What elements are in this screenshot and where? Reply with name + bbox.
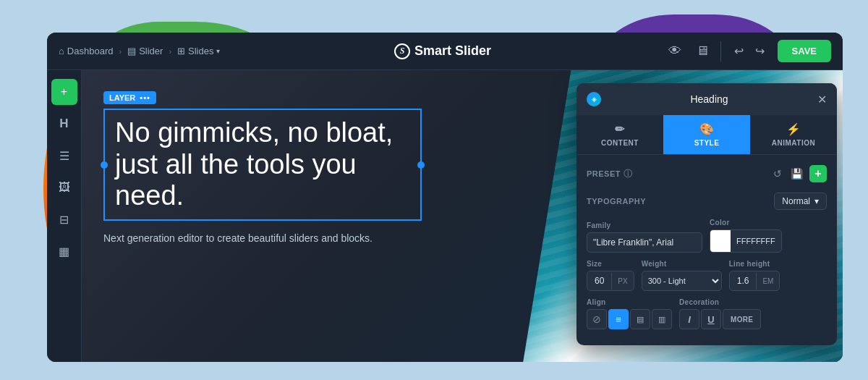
- panel-body: PRESET ⓘ ↺ 💾 + TYPOGRAPHY Norma: [576, 155, 837, 345]
- toolbar-divider: [720, 41, 721, 62]
- size-value: 60: [587, 271, 611, 290]
- resize-handle-left[interactable]: [101, 161, 108, 169]
- align-group: Align ⊘ ≡ ▤ ▥: [587, 298, 672, 329]
- color-input-group[interactable]: FFFFFFFF: [710, 229, 782, 253]
- breadcrumb-sep-1: ›: [119, 47, 122, 56]
- content-tab-icon: ✏: [615, 122, 625, 136]
- panel-header: ◈ Heading ✕: [576, 83, 837, 115]
- size-weight-lh-row: Size 60 PX Weight 300 - Light 100 - Thin: [587, 260, 827, 291]
- tab-style[interactable]: 🎨 STYLE: [663, 115, 750, 154]
- panel-logo-icon: ◈: [587, 92, 601, 106]
- color-group: Color FFFFFFFF: [710, 219, 782, 253]
- slider-icon: ▤: [127, 46, 136, 56]
- resize-handle-right[interactable]: [417, 161, 425, 169]
- align-buttons: ⊘ ≡ ▤ ▥: [587, 309, 672, 329]
- left-sidebar: + H ☰ 🖼 ⊟ ▦: [47, 70, 82, 362]
- layer-badge-label: LAYER: [109, 93, 135, 102]
- family-color-row: Family Color FFFFFFFF: [587, 219, 827, 253]
- heading-icon: H: [59, 117, 68, 131]
- typography-label: TYPOGRAPHY: [587, 197, 646, 206]
- weight-group: Weight 300 - Light 100 - Thin 200 - Extr…: [642, 260, 722, 291]
- save-button[interactable]: SAVE: [778, 40, 831, 62]
- home-icon: ⌂: [59, 46, 64, 56]
- divider-icon: ⊟: [59, 213, 69, 227]
- line-height-value: 1.6: [730, 271, 757, 290]
- undo-redo-group: ↩ ↪: [730, 41, 769, 61]
- app-logo: S Smart Slider: [394, 43, 491, 59]
- decoration-buttons: I U MORE: [679, 309, 827, 329]
- breadcrumb-sep-2: ›: [169, 47, 171, 56]
- line-height-input-group[interactable]: 1.6 EM: [729, 271, 780, 291]
- logo-icon: S: [394, 43, 410, 59]
- tab-animation[interactable]: ⚡ ANIMATION: [750, 115, 837, 154]
- line-height-label: Line height: [729, 260, 780, 268]
- preview-button[interactable]: 👁: [665, 41, 684, 62]
- underline-button[interactable]: U: [701, 309, 721, 329]
- align-right-button[interactable]: ▥: [652, 309, 672, 329]
- redo-button[interactable]: ↪: [751, 41, 769, 61]
- text-layer-box: No gimmicks, no bloat, just all the tool…: [103, 109, 422, 221]
- top-bar-right: 👁 🖥 ↩ ↪ SAVE: [665, 40, 831, 62]
- slides-icon: ⊞: [177, 46, 185, 56]
- properties-panel: ◈ Heading ✕ ✏ CONTENT 🎨 STYLE ⚡ A: [576, 83, 837, 345]
- line-height-unit: EM: [756, 273, 779, 290]
- animation-tab-label: ANIMATION: [772, 139, 815, 147]
- panel-title: Heading: [601, 93, 817, 105]
- responsive-button[interactable]: 🖥: [693, 41, 712, 62]
- layer-options-button[interactable]: •••: [140, 93, 150, 102]
- decoration-group: Decoration I U MORE: [679, 298, 827, 329]
- layer-badge: LAYER •••: [103, 91, 156, 104]
- animation-tab-icon: ⚡: [786, 122, 801, 136]
- breadcrumb-dashboard[interactable]: ⌂ Dashboard: [59, 46, 113, 56]
- align-left-button[interactable]: ≡: [608, 309, 629, 329]
- color-label: Color: [710, 219, 782, 227]
- sidebar-item-divider[interactable]: ⊟: [51, 206, 77, 232]
- content-tab-label: CONTENT: [601, 139, 639, 147]
- family-label: Family: [587, 221, 702, 229]
- layers-icon: ▦: [59, 245, 69, 258]
- align-none-button[interactable]: ⊘: [587, 309, 607, 329]
- align-center-button[interactable]: ▤: [630, 309, 650, 329]
- top-bar: ⌂ Dashboard › ▤ Slider › ⊞ Slides ▾ S Sm…: [47, 33, 843, 70]
- weight-label: Weight: [642, 260, 722, 268]
- size-unit: PX: [611, 273, 633, 290]
- preset-reset-button[interactable]: ↺: [771, 166, 784, 182]
- weight-select[interactable]: 300 - Light 100 - Thin 200 - Extra Light…: [642, 271, 722, 291]
- undo-button[interactable]: ↩: [730, 41, 748, 61]
- family-input[interactable]: [587, 232, 702, 253]
- style-tab-icon: 🎨: [699, 122, 715, 136]
- preset-row: PRESET ⓘ ↺ 💾 +: [587, 165, 827, 182]
- tab-content[interactable]: ✏ CONTENT: [576, 115, 663, 154]
- color-value: FFFFFFFF: [731, 237, 781, 245]
- heading-layer[interactable]: LAYER ••• No gimmicks, no bloat, just al…: [103, 90, 422, 246]
- preset-save-button[interactable]: 💾: [788, 166, 805, 182]
- size-label: Size: [587, 260, 634, 268]
- align-deco-row: Align ⊘ ≡ ▤ ▥ Decoration I: [587, 298, 827, 329]
- typography-dropdown[interactable]: Normal ▾: [774, 193, 827, 210]
- content-area: + H ☰ 🖼 ⊟ ▦: [47, 70, 843, 362]
- canvas-area: LAYER ••• No gimmicks, no bloat, just al…: [82, 70, 843, 362]
- image-icon: 🖼: [59, 181, 70, 194]
- size-input-group[interactable]: 60 PX: [587, 271, 634, 291]
- preset-info-icon: ⓘ: [624, 168, 633, 180]
- italic-button[interactable]: I: [679, 309, 699, 329]
- sidebar-item-layers[interactable]: ▦: [51, 238, 77, 264]
- size-group: Size 60 PX: [587, 260, 634, 291]
- preset-add-button[interactable]: +: [809, 165, 827, 182]
- add-icon: +: [61, 85, 67, 98]
- typography-row: TYPOGRAPHY Normal ▾: [587, 193, 827, 210]
- decoration-label: Decoration: [679, 298, 827, 306]
- breadcrumb-slides[interactable]: ⊞ Slides ▾: [177, 46, 220, 56]
- sidebar-item-image[interactable]: 🖼: [51, 174, 77, 200]
- panel-close-button[interactable]: ✕: [817, 93, 827, 106]
- sidebar-item-heading[interactable]: H: [51, 111, 77, 137]
- breadcrumb-slider[interactable]: ▤ Slider: [127, 46, 163, 56]
- sidebar-item-add[interactable]: +: [51, 79, 77, 105]
- main-container: ⌂ Dashboard › ▤ Slider › ⊞ Slides ▾ S Sm…: [47, 33, 843, 362]
- sidebar-item-text[interactable]: ☰: [51, 143, 77, 169]
- more-button[interactable]: MORE: [723, 309, 761, 329]
- color-swatch: [710, 230, 731, 252]
- text-icon: ☰: [59, 149, 69, 163]
- breadcrumb: ⌂ Dashboard › ▤ Slider › ⊞ Slides ▾: [59, 46, 220, 56]
- family-group: Family: [587, 221, 702, 253]
